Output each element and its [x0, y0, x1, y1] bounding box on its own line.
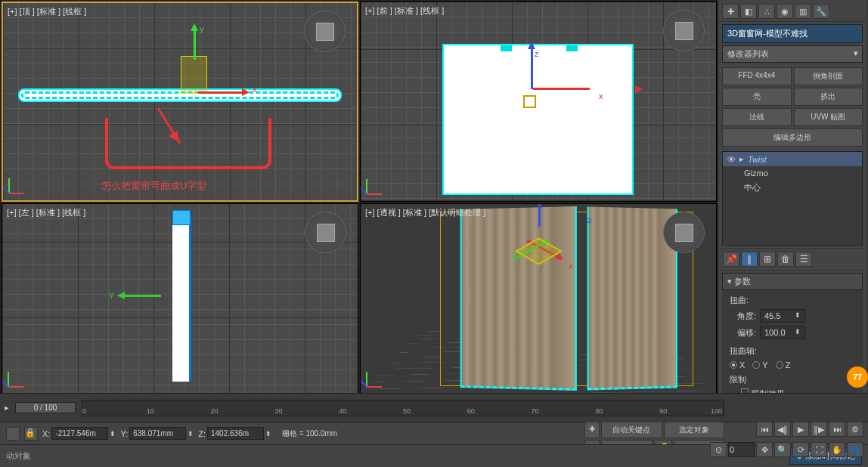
edit-poly-button[interactable]: 编辑多边形 [722, 128, 863, 147]
command-panel-tabs: ✚ ◧ ⛬ ◉ ▥ 🔧 [720, 2, 865, 22]
axis-y-arrow[interactable] [119, 295, 161, 297]
axis-x-radio[interactable]: X [730, 360, 745, 370]
display-tab-icon[interactable]: ▥ [795, 4, 811, 19]
bias-label: 偏移: [730, 327, 756, 339]
angle-label: 角度: [730, 311, 756, 322]
pin-stack-icon[interactable]: 📌 [723, 252, 739, 267]
shell-button[interactable]: 壳 [722, 88, 792, 106]
viewport-front[interactable]: [+] [前 ] [标准 ] [线框 ] z x [360, 2, 717, 202]
eye-icon[interactable]: 👁 [727, 155, 736, 164]
walk-icon[interactable]: 👣 [847, 442, 863, 457]
axis-group-label: 扭曲轴: [730, 345, 855, 357]
notification-badge[interactable]: 77 [847, 366, 868, 388]
selected-object-dropdown[interactable]: 选定对象 [664, 422, 725, 438]
timeline-toggle-icon[interactable]: ▸ [5, 403, 9, 413]
configure-sets-icon[interactable]: ☰ [795, 252, 812, 267]
frame-input[interactable] [728, 442, 755, 457]
curtain-top-bracket[interactable] [172, 210, 191, 225]
viewport-left[interactable]: [+] [左 ] [标准 ] [线框 ] y [2, 203, 358, 394]
modifier-stack[interactable]: 👁▸Twist Gizmo 中心 [722, 151, 863, 246]
chamfer-button[interactable]: 倒角剖面 [794, 67, 863, 85]
modify-tab-icon[interactable]: ◧ [740, 4, 757, 19]
object-name-field[interactable]: 3D窗窗网-模型不难找 [722, 24, 863, 43]
isolate-icon[interactable]: ⊙ [710, 442, 727, 457]
viewcube[interactable] [663, 10, 705, 51]
viewport-front-label[interactable]: [+] [前 ] [标准 ] [线框 ] [365, 5, 444, 17]
viewcube[interactable] [663, 212, 705, 253]
axis-y-arrow[interactable] [194, 26, 196, 60]
modifier-center[interactable]: 中心 [723, 180, 862, 196]
next-frame-icon[interactable]: ‖▶ [811, 422, 827, 437]
axis-tripod [9, 164, 39, 194]
z-coord-input[interactable] [207, 427, 264, 440]
annotation-text: 怎么把窗帘弯曲成U字型 [101, 179, 206, 193]
utilities-tab-icon[interactable]: 🔧 [813, 4, 829, 19]
lock-icon[interactable]: 🔒 [24, 427, 38, 441]
axis-x-arrow[interactable] [198, 91, 247, 94]
axis-z-radio[interactable]: Z [776, 360, 791, 370]
viewport-left-label[interactable]: [+] [左 ] [标准 ] [线框 ] [7, 207, 85, 218]
prev-frame-icon[interactable]: ◀‖ [774, 422, 791, 437]
gizmo-plane[interactable] [181, 56, 207, 94]
x-coord-input[interactable] [51, 427, 108, 440]
viewport-persp-label[interactable]: [+] [透视 ] [标准 ] [默认明暗处理 ] [365, 207, 485, 218]
axis-tripod [367, 357, 397, 388]
viewport-nav-controls: ⊙ ✥ 🔍 ⟳ ⛶ ✋ 👣 [710, 442, 863, 457]
make-unique-icon[interactable]: ⊞ [759, 252, 776, 267]
maximize-icon[interactable]: ⛶ [811, 442, 827, 457]
viewcube[interactable] [305, 212, 346, 253]
pan-icon[interactable]: ✥ [756, 442, 773, 457]
curtain-front-outline[interactable] [442, 44, 634, 195]
limit-group-label: 限制 [730, 374, 855, 385]
goto-end-icon[interactable]: ⏭ [829, 422, 845, 437]
ffd-button[interactable]: FFD 4x4x4 [722, 67, 792, 85]
gizmo[interactable] [519, 89, 590, 90]
uvw-button[interactable]: UVW 贴图 [794, 108, 863, 126]
angle-spinner[interactable]: 45.5 [760, 309, 805, 323]
create-tab-icon[interactable]: ✚ [722, 4, 739, 19]
viewport-top-label[interactable]: [+] [顶 ] [标准 ] [线框 ] [8, 6, 86, 17]
viewport-top[interactable]: [+] [顶 ] [标准 ] [线框 ] y x 怎么把窗帘弯曲成U字型 [2, 2, 358, 202]
y-label: Y: [120, 429, 128, 438]
modifier-list-dropdown[interactable]: 修改器列表 [722, 45, 863, 63]
bias-spinner[interactable]: 100.0 [760, 326, 805, 339]
motion-tab-icon[interactable]: ◉ [777, 4, 793, 19]
axis-y-label: y [110, 289, 114, 298]
axis-y-label: y [200, 24, 204, 33]
rollout-parameters[interactable]: ▾ 参数 [722, 273, 863, 290]
axis-y-radio[interactable]: Y [752, 360, 767, 370]
viewport-perspective[interactable]: [+] [透视 ] [标准 ] [默认明暗处理 ] z x y [360, 203, 717, 394]
extrude-button[interactable]: 挤出 [794, 88, 863, 106]
time-config-icon[interactable]: ⚙ [847, 422, 863, 437]
remove-modifier-icon[interactable]: 🗑 [777, 252, 794, 267]
command-panel: ✚ ◧ ⛬ ◉ ▥ 🔧 3D窗窗网-模型不难找 修改器列表 FFD 4x4x4 … [718, 0, 866, 393]
show-end-result-icon[interactable]: ‖ [741, 252, 758, 267]
viewcube[interactable] [304, 11, 346, 52]
hierarchy-tab-icon[interactable]: ⛬ [758, 4, 775, 19]
add-key-icon[interactable]: ✚ [584, 422, 600, 438]
gizmo-center[interactable] [523, 95, 536, 108]
time-slider[interactable]: ▸ 0 / 100 0 10 20 30 40 50 60 70 80 90 1… [0, 393, 868, 422]
hand-icon[interactable]: ✋ [829, 442, 845, 457]
y-coord-input[interactable] [129, 427, 186, 440]
zoom-icon[interactable]: 🔍 [774, 442, 791, 457]
curtain-top-outline[interactable] [18, 88, 342, 102]
status-coords-bar: 🔒 X:⬍ Y:⬍ Z:⬍ 栅格 = 100.0mm [0, 422, 868, 444]
twist-group-label: 扭曲: [730, 295, 855, 306]
playback-controls: ⏮ ◀‖ ▶ ‖▶ ⏭ ⚙ [756, 422, 863, 437]
selection-lock-icon[interactable] [6, 427, 20, 441]
axis-y-label: y [512, 248, 516, 257]
axis-x-label: x [569, 261, 573, 271]
modifier-twist[interactable]: 👁▸Twist [723, 152, 862, 166]
autokey-button[interactable]: 自动关键点 [601, 422, 662, 438]
play-icon[interactable]: ▶ [792, 422, 809, 437]
time-slider-handle[interactable]: 0 / 100 [15, 402, 76, 413]
curtain-left-outline[interactable] [172, 215, 191, 382]
normals-button[interactable]: 法线 [722, 108, 792, 126]
curtain-mesh-left[interactable] [460, 206, 577, 391]
orbit-icon[interactable]: ⟳ [792, 442, 809, 457]
timeline-track[interactable]: 0 10 20 30 40 50 60 70 80 90 100 [82, 400, 724, 416]
axis-z-label: z [535, 49, 539, 58]
modifier-gizmo[interactable]: Gizmo [723, 166, 862, 180]
goto-start-icon[interactable]: ⏮ [756, 422, 773, 437]
